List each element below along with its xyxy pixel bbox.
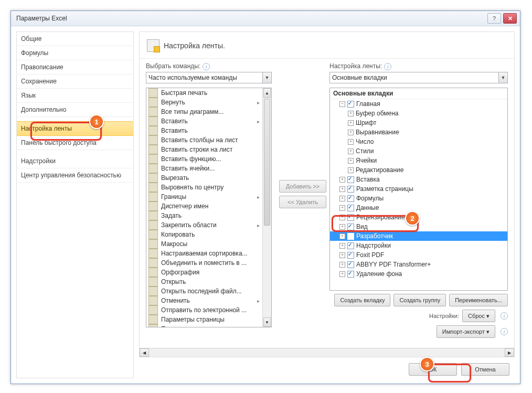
nav-item[interactable]: Панель быстрого доступа — [17, 136, 133, 150]
checkbox[interactable] — [347, 233, 354, 240]
add-button[interactable]: Добавить >> — [279, 180, 326, 193]
expand-icon[interactable]: + — [339, 224, 345, 230]
info-icon[interactable]: i — [203, 63, 210, 70]
command-item[interactable]: Границы▸ — [146, 192, 271, 201]
rename-button[interactable]: Переименовать... — [449, 294, 508, 306]
expand-icon[interactable]: + — [339, 243, 345, 249]
tree-node[interactable]: +Вставка — [330, 175, 507, 184]
command-item[interactable]: Задать — [146, 211, 271, 220]
command-item[interactable]: Открыть последний файл... — [146, 286, 271, 296]
expand-icon[interactable]: + — [339, 233, 345, 239]
nav-item[interactable]: Сохранение — [17, 75, 133, 89]
checkbox[interactable] — [347, 261, 354, 268]
nav-item[interactable]: Язык — [17, 89, 133, 103]
checkbox[interactable] — [347, 224, 354, 230]
import-export-button[interactable]: Импорт-экспорт ▾ — [437, 325, 495, 338]
expand-icon[interactable]: + — [348, 148, 354, 154]
expand-icon[interactable]: − — [339, 101, 345, 107]
expand-icon[interactable]: + — [339, 271, 345, 277]
commands-combo[interactable]: Часто используемые команды ▼ — [146, 72, 272, 83]
nav-item[interactable]: Правописание — [17, 60, 133, 75]
tree-node[interactable]: −Главная — [330, 99, 507, 109]
scroll-thumb[interactable] — [264, 99, 270, 226]
nav-item[interactable]: Надстройки — [17, 154, 133, 168]
cancel-button[interactable]: Отмена — [461, 363, 509, 376]
expand-icon[interactable]: + — [339, 205, 345, 211]
command-item[interactable]: Вставить функцию... — [146, 154, 271, 164]
nav-item[interactable]: Настройка ленты — [17, 121, 133, 136]
new-group-button[interactable]: Создать группу — [393, 294, 446, 306]
command-item[interactable]: Параметры страницы — [146, 315, 271, 324]
command-item[interactable]: Отправить по электронной ... — [146, 305, 271, 315]
expand-icon[interactable]: + — [339, 252, 345, 258]
tree-node[interactable]: +Надстройки — [330, 241, 507, 250]
checkbox[interactable] — [347, 186, 354, 193]
info-icon[interactable]: i — [384, 63, 391, 70]
new-tab-button[interactable]: Создать вкладку — [334, 294, 390, 306]
expand-icon[interactable]: + — [348, 111, 354, 116]
horizontal-scrollbar[interactable]: ◀ ▶ — [140, 348, 514, 357]
command-item[interactable]: Все типы диаграмм... — [146, 107, 271, 116]
command-item[interactable]: Выровнять по центру — [146, 183, 271, 192]
nav-item[interactable]: Формулы — [17, 46, 133, 60]
tree-node[interactable]: +Вид — [330, 222, 507, 231]
checkbox[interactable] — [347, 101, 354, 108]
tree-node[interactable]: +Шрифт — [330, 118, 507, 128]
checkbox[interactable] — [347, 176, 354, 183]
tree-node[interactable]: +Разметка страницы — [330, 184, 507, 194]
tree-node[interactable]: +Разработчик — [330, 231, 507, 241]
tree-node[interactable]: +Удаление фона — [330, 269, 507, 279]
ribbon-combo[interactable]: Основные вкладки ▼ — [329, 72, 508, 83]
command-item[interactable]: Диспетчер имен — [146, 201, 271, 211]
tree-node[interactable]: +Стили — [330, 146, 507, 156]
command-item[interactable]: Макросы — [146, 239, 271, 249]
command-item[interactable]: Открыть — [146, 277, 271, 286]
expand-icon[interactable]: + — [339, 196, 345, 201]
nav-item[interactable]: Дополнительно — [17, 103, 133, 117]
checkbox[interactable] — [347, 205, 354, 211]
expand-icon[interactable]: + — [339, 177, 345, 183]
info-icon[interactable]: i — [501, 312, 508, 320]
expand-icon[interactable]: + — [348, 139, 354, 145]
tree-node[interactable]: +ABBYY PDF Transformer+ — [330, 260, 507, 269]
nav-item[interactable]: Центр управления безопасностью — [17, 168, 133, 183]
help-button[interactable]: ? — [487, 13, 501, 24]
titlebar[interactable]: Параметры Excel ? ✕ — [11, 11, 520, 26]
command-item[interactable]: Быстрая печать — [146, 88, 271, 98]
command-item[interactable]: Пересчет — [146, 324, 271, 327]
expand-icon[interactable]: + — [348, 167, 354, 173]
tree-node[interactable]: +Буфер обмена — [330, 109, 507, 118]
checkbox[interactable] — [347, 271, 354, 278]
command-item[interactable]: Закрепить области▸ — [146, 220, 271, 230]
expand-icon[interactable]: + — [339, 215, 345, 220]
expand-icon[interactable]: + — [348, 130, 354, 135]
scroll-left[interactable]: ◀ — [140, 348, 149, 357]
command-item[interactable]: Вставить ячейки... — [146, 164, 271, 173]
tree-node[interactable]: +Рецензирование — [330, 213, 507, 222]
tree-node[interactable]: +Foxit PDF — [330, 250, 507, 260]
checkbox[interactable] — [347, 195, 354, 202]
remove-button[interactable]: << Удалить — [279, 196, 326, 208]
tree-node[interactable]: +Число — [330, 137, 507, 146]
command-item[interactable]: Орфография — [146, 268, 271, 277]
close-button[interactable]: ✕ — [503, 13, 517, 24]
tree-node[interactable]: +Данные — [330, 203, 507, 213]
command-item[interactable]: Отменить▸ — [146, 296, 271, 305]
scroll-down[interactable]: ▼ — [263, 317, 271, 327]
command-item[interactable]: Вставить строки на лист — [146, 145, 271, 154]
tree-node[interactable]: +Редактирование — [330, 165, 507, 175]
scrollbar[interactable]: ▲ ▼ — [262, 88, 271, 327]
scroll-right[interactable]: ▶ — [505, 348, 514, 357]
expand-icon[interactable]: + — [348, 158, 354, 164]
command-item[interactable]: Копировать — [146, 230, 271, 239]
expand-icon[interactable]: + — [348, 120, 354, 126]
ok-button[interactable]: ОК — [409, 363, 457, 376]
checkbox[interactable] — [347, 214, 354, 221]
command-item[interactable]: Вернуть▸ — [146, 98, 271, 107]
info-icon[interactable]: i — [501, 328, 508, 335]
tree-node[interactable]: +Формулы — [330, 194, 507, 203]
nav-item[interactable]: Общие — [17, 32, 133, 46]
tree-node[interactable]: +Ячейки — [330, 156, 507, 165]
command-item[interactable]: Вырезать — [146, 173, 271, 183]
tree-node[interactable]: +Выравнивание — [330, 128, 507, 137]
